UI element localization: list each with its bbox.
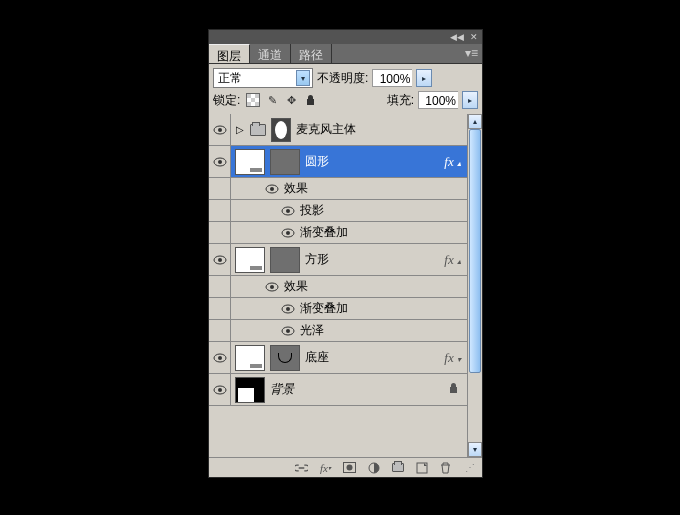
blend-mode-value: 正常 [218, 70, 242, 87]
layer-row[interactable]: 方形 fx ▴ [209, 244, 467, 276]
layer-name: 底座 [305, 349, 329, 366]
layer-name: 麦克风主体 [296, 121, 356, 138]
fill-label: 填充: [387, 92, 414, 109]
panel-tabs: 图层 通道 路径 ▾≡ [209, 44, 482, 64]
visibility-icon[interactable] [213, 255, 227, 265]
disclosure-icon[interactable]: ▷ [235, 124, 245, 135]
new-group-icon[interactable] [391, 461, 404, 474]
layer-row-group[interactable]: ▷ 麦克风主体 [209, 114, 467, 146]
fx-badge[interactable]: fx ▴ [444, 154, 463, 170]
layer-style-icon[interactable]: fx▾ [319, 461, 332, 474]
layer-row-selected[interactable]: 圆形 fx ▴ [209, 146, 467, 178]
layer-thumbnail [235, 345, 265, 371]
effect-name: 投影 [300, 202, 324, 219]
svg-point-19 [218, 356, 222, 360]
link-layers-icon[interactable] [295, 461, 308, 474]
layer-thumbnail [235, 247, 265, 273]
chevron-down-icon: ▾ [296, 70, 310, 86]
visibility-icon[interactable] [265, 184, 279, 194]
scroll-thumb[interactable] [469, 129, 481, 373]
svg-point-21 [218, 388, 222, 392]
new-layer-icon[interactable] [415, 461, 428, 474]
panel-titlebar: ◀◀ ✕ [209, 30, 482, 44]
adjustment-layer-icon[interactable] [367, 461, 380, 474]
visibility-icon[interactable] [213, 125, 227, 135]
scroll-track[interactable] [468, 129, 482, 442]
lock-all-icon[interactable] [303, 93, 317, 107]
effects-label: 效果 [284, 278, 308, 295]
mask-thumbnail [271, 118, 291, 142]
blend-mode-select[interactable]: 正常 ▾ [213, 68, 313, 88]
lock-transparency-icon[interactable] [246, 93, 260, 107]
svg-point-3 [218, 160, 222, 164]
visibility-icon[interactable] [213, 157, 227, 167]
effect-row[interactable]: 投影 [209, 200, 467, 222]
layer-name: 背景 [270, 381, 294, 398]
effect-row[interactable]: 渐变叠加 [209, 298, 467, 320]
fx-badge[interactable]: fx ▾ [444, 350, 463, 366]
layer-mask-icon[interactable] [343, 461, 356, 474]
shape-thumbnail [270, 345, 300, 371]
effect-row[interactable]: 渐变叠加 [209, 222, 467, 244]
delete-layer-icon[interactable] [439, 461, 452, 474]
fill-input[interactable]: 100% [418, 91, 458, 109]
folder-icon [250, 124, 266, 136]
fill-flyout-button[interactable]: ▸ [462, 91, 478, 109]
tab-layers[interactable]: 图层 [209, 44, 250, 63]
layers-list: ▷ 麦克风主体 圆形 fx ▴ [209, 114, 467, 457]
effects-header-row[interactable]: 效果 [209, 276, 467, 298]
effects-header-row[interactable]: 效果 [209, 178, 467, 200]
visibility-icon[interactable] [213, 353, 227, 363]
effect-name: 光泽 [300, 322, 324, 339]
lock-pixels-icon[interactable]: ✎ [265, 93, 279, 107]
fx-badge[interactable]: fx ▴ [444, 252, 463, 268]
resize-grip-icon[interactable]: ⋰ [463, 461, 476, 474]
opacity-label: 不透明度: [317, 70, 368, 87]
shape-thumbnail [270, 149, 300, 175]
svg-point-15 [286, 307, 290, 311]
svg-point-9 [286, 231, 290, 235]
svg-point-13 [270, 285, 274, 289]
tab-channels[interactable]: 通道 [250, 44, 291, 63]
visibility-icon[interactable] [281, 304, 295, 314]
lock-buttons: ✎ ✥ [246, 93, 317, 107]
lock-icon [448, 382, 459, 397]
visibility-icon[interactable] [265, 282, 279, 292]
shape-thumbnail [270, 247, 300, 273]
svg-point-7 [286, 209, 290, 213]
scrollbar[interactable]: ▴ ▾ [467, 114, 482, 457]
visibility-icon[interactable] [281, 326, 295, 336]
svg-point-11 [218, 258, 222, 262]
layer-name: 方形 [305, 251, 329, 268]
layer-thumbnail [235, 149, 265, 175]
effect-name: 渐变叠加 [300, 224, 348, 241]
svg-point-1 [218, 128, 222, 132]
layer-row[interactable]: 底座 fx ▾ [209, 342, 467, 374]
visibility-icon[interactable] [213, 385, 227, 395]
effect-name: 渐变叠加 [300, 300, 348, 317]
layer-options: 正常 ▾ 不透明度: 100% ▸ 锁定: ✎ ✥ 填充: 100% ▸ [209, 64, 482, 115]
lock-label: 锁定: [213, 92, 240, 109]
tab-paths[interactable]: 路径 [291, 44, 332, 63]
svg-point-5 [270, 187, 274, 191]
opacity-flyout-button[interactable]: ▸ [416, 69, 432, 87]
visibility-icon[interactable] [281, 228, 295, 238]
svg-point-17 [286, 329, 290, 333]
effect-row[interactable]: 光泽 [209, 320, 467, 342]
visibility-icon[interactable] [281, 206, 295, 216]
lock-position-icon[interactable]: ✥ [284, 93, 298, 107]
svg-point-23 [347, 465, 353, 471]
panel-menu-icon[interactable]: ▾≡ [461, 44, 482, 63]
layer-row-background[interactable]: 背景 [209, 374, 467, 406]
panel-bottom-toolbar: fx▾ ⋰ [209, 457, 482, 477]
layers-panel: ◀◀ ✕ 图层 通道 路径 ▾≡ 正常 ▾ 不透明度: 100% ▸ 锁定: ✎… [208, 29, 483, 478]
effects-label: 效果 [284, 180, 308, 197]
layer-thumbnail [235, 377, 265, 403]
scroll-up-icon[interactable]: ▴ [468, 114, 482, 129]
opacity-input[interactable]: 100% [372, 69, 412, 87]
scroll-down-icon[interactable]: ▾ [468, 442, 482, 457]
collapse-icon[interactable]: ◀◀ [450, 33, 464, 42]
close-icon[interactable]: ✕ [470, 33, 478, 42]
layer-name: 圆形 [305, 153, 329, 170]
